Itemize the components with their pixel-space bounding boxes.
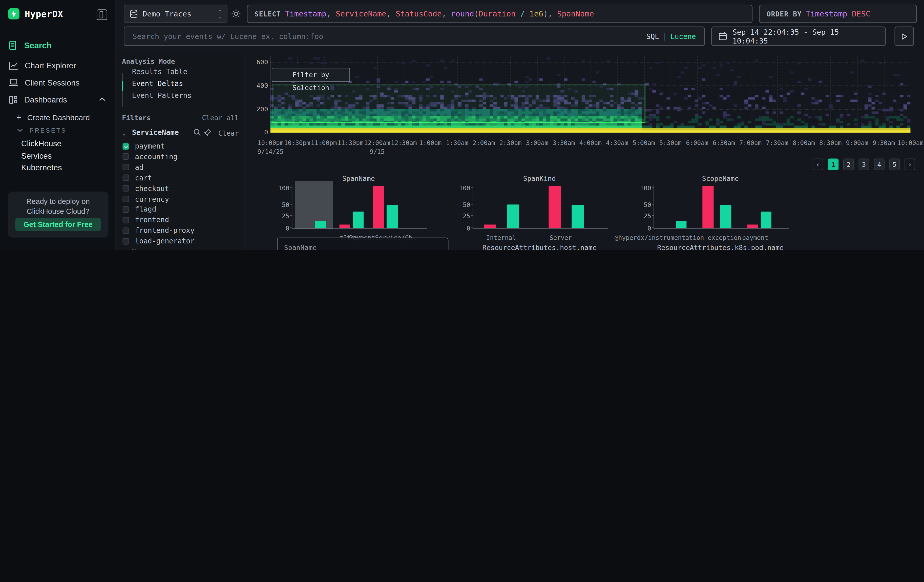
- sidebar-preset-clickhouse[interactable]: ClickHouse: [21, 139, 61, 148]
- chevron-down-icon[interactable]: ⌄: [122, 130, 125, 136]
- filter-by-selection-button[interactable]: Filter by Selection: [272, 68, 350, 82]
- source-select[interactable]: Demo Traces ⌃⌄: [124, 5, 228, 23]
- sidebar-item-client-sessions[interactable]: Client Sessions: [0, 75, 116, 90]
- outlier-bar[interactable]: [484, 225, 496, 228]
- gear-icon[interactable]: [231, 9, 241, 19]
- outlier-bar[interactable]: [747, 225, 758, 228]
- filters-title: Filters: [122, 114, 150, 122]
- heatmap-x-label: 9:00am: [846, 139, 868, 146]
- heatmap-y-label: 400: [246, 82, 268, 89]
- filter-option-label: ad: [135, 163, 144, 171]
- show-more-button[interactable]: › Show more: [122, 248, 167, 250]
- lucene-toggle[interactable]: Lucene: [670, 32, 696, 41]
- page-button-5[interactable]: 5: [889, 159, 900, 171]
- filter-checkbox-row[interactable]: accounting: [122, 153, 177, 161]
- sidebar-item-search[interactable]: Search: [0, 38, 116, 53]
- outlier-bar[interactable]: [703, 186, 713, 228]
- mini-chart-SpanName[interactable]: SpanName10050250...tItemPaymentService/C…: [268, 174, 449, 241]
- chevron-up-icon[interactable]: [99, 97, 106, 101]
- x-tick-label: Internal: [486, 234, 516, 241]
- filter-checkbox-row[interactable]: cart: [122, 173, 152, 182]
- date-range-picker[interactable]: Sep 14 22:04:35 - Sep 15 10:04:35: [711, 26, 886, 46]
- page-button-3[interactable]: 3: [858, 159, 869, 171]
- filter-checkbox-row[interactable]: checkout: [122, 184, 169, 193]
- page-button-4[interactable]: 4: [874, 159, 884, 171]
- inlier-bar[interactable]: [387, 205, 398, 228]
- y-tick-mark: [471, 188, 473, 188]
- sidebar-collapse-icon[interactable]: [97, 9, 107, 20]
- search-icon[interactable]: [193, 129, 201, 136]
- checkbox-unchecked[interactable]: [122, 164, 129, 171]
- order-by-input[interactable]: ORDER BY Timestamp DESC: [759, 5, 917, 23]
- filter-checkbox-row[interactable]: payment: [122, 142, 165, 150]
- outlier-bar[interactable]: [549, 186, 561, 228]
- mini-chart-ResourceAttributes.host.name[interactable]: ResourceAttributes.host.name10050250paym…: [449, 244, 630, 250]
- search-doc-icon: [9, 41, 18, 50]
- chevron-down-icon: [17, 129, 23, 132]
- select-chevrons-icon: ⌃⌄: [218, 9, 222, 18]
- inlier-bar[interactable]: [572, 205, 584, 228]
- checkbox-unchecked[interactable]: [122, 238, 129, 244]
- y-tick-label: 50: [463, 201, 470, 208]
- checkbox-unchecked[interactable]: [122, 206, 129, 213]
- analysis-mode-results-table[interactable]: Results Table: [132, 68, 188, 76]
- page-next-button[interactable]: ›: [904, 159, 915, 171]
- outlier-bar[interactable]: [373, 186, 384, 228]
- chart-title: ResourceAttributes.k8s.pod.name: [630, 244, 811, 250]
- order-by-tokens: Timestamp DESC: [806, 9, 870, 18]
- get-started-button[interactable]: Get Started for Free: [15, 218, 101, 231]
- chart-plot: 10050250: [653, 185, 789, 229]
- query-token: 1e6: [530, 9, 543, 18]
- mini-chart-ResourceAttributes.k8s.pod.name[interactable]: ResourceAttributes.k8s.pod.name10050250p…: [630, 244, 811, 250]
- mini-chart-SpanKind[interactable]: SpanKind10050250InternalServer: [449, 174, 630, 241]
- sidebar-item-label: Search: [24, 41, 52, 50]
- checkbox-unchecked[interactable]: [122, 217, 129, 223]
- checkbox-unchecked[interactable]: [122, 196, 129, 202]
- y-tick-mark: [290, 204, 292, 204]
- select-query-input[interactable]: SELECT Timestamp, ServiceName, StatusCod…: [247, 5, 752, 23]
- sidebar-preset-services[interactable]: Services: [21, 152, 52, 160]
- sidebar-create-dashboard[interactable]: + Create Dashboard: [16, 113, 90, 122]
- query-token: ServiceName: [336, 9, 387, 18]
- analysis-mode-event-patterns[interactable]: Event Patterns: [132, 91, 192, 100]
- filter-checkbox-row[interactable]: load-generator: [122, 237, 195, 246]
- filter-clear-button[interactable]: Clear: [218, 129, 239, 137]
- filter-checkbox-row[interactable]: ad: [122, 163, 144, 171]
- y-tick-label: 100: [640, 185, 651, 191]
- inlier-bar[interactable]: [507, 204, 519, 228]
- checkbox-checked[interactable]: [122, 143, 129, 150]
- x-tick-label: payment: [742, 234, 768, 241]
- filter-checkbox-row[interactable]: currency: [122, 195, 169, 203]
- pin-icon[interactable]: [204, 129, 211, 136]
- sql-toggle[interactable]: SQL: [646, 32, 659, 41]
- inlier-bar[interactable]: [315, 221, 326, 228]
- inlier-bar[interactable]: [676, 221, 687, 228]
- heatmap-x-label: 8:00am: [793, 139, 815, 146]
- analysis-mode-event-deltas[interactable]: Event Deltas: [132, 79, 183, 88]
- clear-all-button[interactable]: Clear all: [202, 114, 239, 122]
- filter-checkbox-row[interactable]: flagd: [122, 205, 156, 214]
- run-query-button[interactable]: [895, 26, 914, 46]
- inlier-bar[interactable]: [761, 211, 772, 228]
- page-button-1[interactable]: 1: [828, 159, 838, 171]
- page-prev-button[interactable]: ‹: [813, 159, 823, 171]
- inlier-bar[interactable]: [720, 205, 731, 228]
- inlier-bar[interactable]: [353, 211, 364, 228]
- checkbox-unchecked[interactable]: [122, 185, 129, 192]
- sidebar-item-dashboards[interactable]: Dashboards: [0, 92, 116, 107]
- sidebar-preset-kubernetes[interactable]: Kubernetes: [21, 163, 62, 172]
- mini-chart-ScopeName[interactable]: ScopeName10050250@hyperdx/instrumentatio…: [630, 174, 811, 241]
- filter-checkbox-row[interactable]: frontend: [122, 216, 169, 224]
- outlier-bar[interactable]: [340, 225, 350, 228]
- sidebar-presets-toggle[interactable]: PRESETS: [17, 127, 67, 134]
- checkbox-unchecked[interactable]: [122, 153, 129, 160]
- heatmap-x-label: 5:00am: [632, 139, 655, 146]
- search-input[interactable]: Search your events w/ Lucene ex. column:…: [124, 26, 705, 46]
- sidebar-item-chart-explorer[interactable]: Chart Explorer: [0, 58, 116, 73]
- page-button-2[interactable]: 2: [843, 159, 854, 171]
- filter-checkbox-row[interactable]: frontend-proxy: [122, 226, 195, 235]
- checkbox-unchecked[interactable]: [122, 175, 129, 181]
- y-tick-label: 0: [467, 224, 470, 232]
- filter-panel: Analysis Mode Results TableEvent DeltasE…: [116, 52, 245, 250]
- checkbox-unchecked[interactable]: [122, 227, 129, 234]
